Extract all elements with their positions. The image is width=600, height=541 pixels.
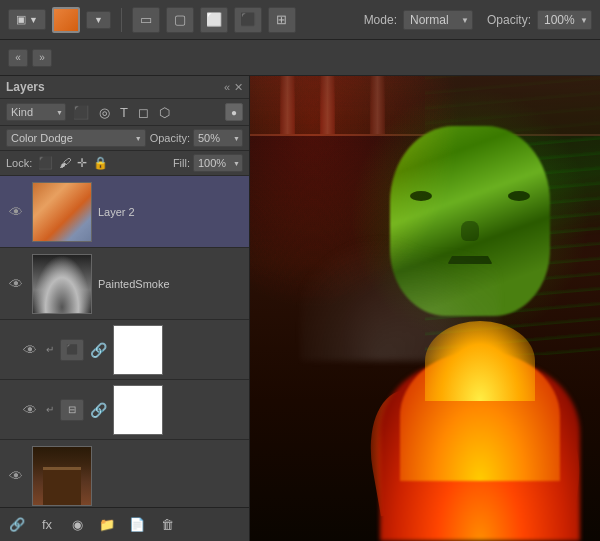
fx-btn[interactable]: fx xyxy=(36,514,58,536)
layer-item-sublayer2[interactable]: 👁 ↵ ⊟ 🔗 xyxy=(0,380,249,440)
panel-close-btn[interactable]: ✕ xyxy=(234,81,243,94)
select-icon: ▣ xyxy=(16,13,26,26)
visibility-icon-layer2[interactable]: 👁 xyxy=(6,204,26,220)
opacity-label: Opacity: xyxy=(487,13,531,27)
panel-controls: « ✕ xyxy=(224,81,243,94)
lock-transparency-icon[interactable]: ⬛ xyxy=(38,156,53,170)
blend-mode-select[interactable]: Color Dodge Normal Multiply Screen xyxy=(6,129,146,147)
link-layers-btn[interactable]: 🔗 xyxy=(6,514,28,536)
lock-row: Lock: ⬛ 🖌 ✛ 🔒 Fill: xyxy=(0,151,249,176)
filter-on-icon: ● xyxy=(231,107,237,118)
new-group-btn[interactable]: 📁 xyxy=(96,514,118,536)
color-picker-btn[interactable]: ▼ xyxy=(86,11,111,29)
sublayer1-action-icon[interactable]: ⬛ xyxy=(60,339,84,361)
layer-item-painedsmoke[interactable]: 👁 PaintedSmoke xyxy=(0,248,249,320)
panel-collapse-btn[interactable]: « xyxy=(224,81,230,94)
fire-tip-flame xyxy=(425,321,535,401)
fire-effect xyxy=(380,321,580,541)
top-toolbar: ▣ ▼ ▼ ▭ ▢ ⬜ ⬛ ⊞ Mode: Normal Dissolve Mu… xyxy=(0,0,600,40)
sublayer2-chain-icon[interactable]: 🔗 xyxy=(90,402,107,418)
sublayer1-chain-icon[interactable]: 🔗 xyxy=(90,342,107,358)
thumb-paintedsmoke-preview xyxy=(33,255,91,313)
layer-item-layer2[interactable]: 👁 Layer 2 xyxy=(0,176,249,248)
filter-type-icon[interactable]: T xyxy=(117,104,131,121)
expand-btn[interactable]: » xyxy=(32,49,52,67)
mode-select[interactable]: Normal Dissolve Multiply Screen xyxy=(403,10,473,30)
opacity-select-wrapper: 100% 75% 50% xyxy=(537,10,592,30)
kind-select[interactable]: Kind xyxy=(6,103,66,121)
sublayer2-action-icon[interactable]: ⊟ xyxy=(60,399,84,421)
main-content: Layers « ✕ Kind ⬛ ◎ T ◻ ⬡ ● xyxy=(0,76,600,541)
select-tool-btn[interactable]: ▣ ▼ xyxy=(8,9,46,30)
poly-icon: ⬛ xyxy=(240,12,256,27)
ellipse-icon: ⬜ xyxy=(206,12,222,27)
rounded-tool-btn[interactable]: ▢ xyxy=(166,7,194,33)
mode-select-wrapper: Normal Dissolve Multiply Screen xyxy=(403,10,473,30)
lock-move-icon[interactable]: ✛ xyxy=(77,156,87,170)
filter-pixel-icon[interactable]: ⬛ xyxy=(70,104,92,121)
grid-tool-btn[interactable]: ⊞ xyxy=(268,7,296,33)
separator1 xyxy=(121,8,122,32)
layer-thumbnail-building xyxy=(32,446,92,506)
layer-item-sublayer1[interactable]: 👁 ↵ ⬛ 🔗 xyxy=(0,320,249,380)
filter-toggle-btn[interactable]: ● xyxy=(225,103,243,121)
rect-tool-btn[interactable]: ▭ xyxy=(132,7,160,33)
layer-list: 👁 Layer 2 👁 PaintedSmoke 👁 ↵ ⬛ 🔗 xyxy=(0,176,249,507)
lock-all-icon[interactable]: 🔒 xyxy=(93,156,108,170)
blend-select-wrapper: Color Dodge Normal Multiply Screen xyxy=(6,129,146,147)
filter-shape-icon[interactable]: ◻ xyxy=(135,104,152,121)
filter-adjust-icon[interactable]: ◎ xyxy=(96,104,113,121)
scene xyxy=(250,76,600,541)
layer-item-building[interactable]: 👁 xyxy=(0,440,249,507)
sublayer2-thumbnail xyxy=(113,385,163,435)
lock-paint-icon[interactable]: 🖌 xyxy=(59,156,71,170)
kind-select-wrapper: Kind xyxy=(6,103,66,121)
select-arrow-icon: ▼ xyxy=(29,15,38,25)
thumb-sublayer1-preview xyxy=(114,326,162,374)
opacity-select[interactable]: 100% 75% 50% xyxy=(537,10,592,30)
layer-name-paintedsmoke: PaintedSmoke xyxy=(98,278,243,290)
visibility-icon-paintedsmoke[interactable]: 👁 xyxy=(6,276,26,292)
layer-thumbnail-layer2 xyxy=(32,182,92,242)
sublayer2-return-arrow-icon: ↵ xyxy=(46,404,54,415)
fill-label: Fill: xyxy=(173,157,190,169)
sublayer1-thumbnail xyxy=(113,325,163,375)
rounded-icon: ▢ xyxy=(174,12,186,27)
foreground-color-swatch[interactable] xyxy=(52,7,80,33)
new-layer-btn[interactable]: 📄 xyxy=(126,514,148,536)
layers-footer: 🔗 fx ◉ 📁 📄 🗑 xyxy=(0,507,249,541)
second-toolbar: « » xyxy=(0,40,600,76)
grid-icon: ⊞ xyxy=(276,12,287,27)
fill-wrapper: Fill: xyxy=(173,154,243,172)
canvas-background xyxy=(250,76,600,541)
thumb-layer2-preview xyxy=(33,183,91,241)
opacity-value-input[interactable] xyxy=(193,129,243,147)
opacity-text-label: Opacity: xyxy=(150,132,190,144)
canvas-area xyxy=(250,76,600,541)
visibility-icon-sublayer1[interactable]: 👁 xyxy=(20,342,40,358)
fill-value-wrapper xyxy=(193,154,243,172)
layers-search-row: Kind ⬛ ◎ T ◻ ⬡ ● xyxy=(0,99,249,126)
mode-label: Mode: xyxy=(364,13,397,27)
visibility-icon-sublayer2[interactable]: 👁 xyxy=(20,402,40,418)
layers-title: Layers xyxy=(6,80,45,94)
sublayer1-return-arrow-icon: ↵ xyxy=(46,344,54,355)
face-right-eye xyxy=(508,191,530,201)
layers-panel: Layers « ✕ Kind ⬛ ◎ T ◻ ⬡ ● xyxy=(0,76,250,541)
thumb-building-preview xyxy=(33,447,91,505)
filter-smart-icon[interactable]: ⬡ xyxy=(156,104,173,121)
layer-thumbnail-paintedsmoke xyxy=(32,254,92,314)
delete-layer-btn[interactable]: 🗑 xyxy=(156,514,178,536)
visibility-icon-building[interactable]: 👁 xyxy=(6,468,26,484)
fill-value-input[interactable] xyxy=(193,154,243,172)
double-left-arrow-icon: « xyxy=(15,52,21,63)
ellipse-tool-btn[interactable]: ⬜ xyxy=(200,7,228,33)
poly-tool-btn[interactable]: ⬛ xyxy=(234,7,262,33)
layers-panel-header: Layers « ✕ xyxy=(0,76,249,99)
collapse-btn[interactable]: « xyxy=(8,49,28,67)
color-dodge-overlay xyxy=(250,76,460,309)
blend-mode-row: Color Dodge Normal Multiply Screen Opaci… xyxy=(0,126,249,151)
opacity-wrapper: Opacity: xyxy=(150,129,243,147)
picker-arrow-icon: ▼ xyxy=(94,15,103,25)
adjustment-layer-btn[interactable]: ◉ xyxy=(66,514,88,536)
